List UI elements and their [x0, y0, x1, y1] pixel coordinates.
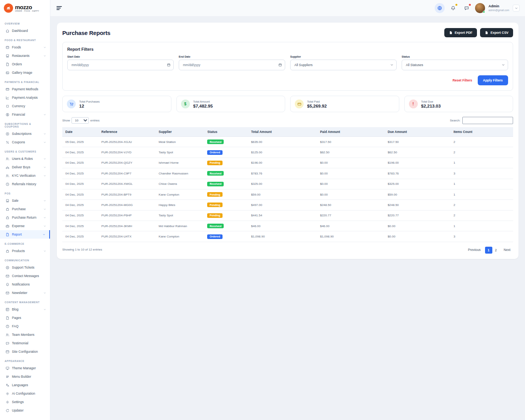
sidebar-item-payment-analysis[interactable]: Payment Analysis — [0, 93, 50, 102]
cell-total: $497.00 — [248, 200, 317, 210]
cell-supplier: Tasty Spot — [156, 210, 204, 221]
chevron-down-icon — [43, 292, 46, 294]
end-date-input[interactable] — [179, 60, 285, 70]
cell-due: $783.76 — [385, 168, 450, 179]
avatar[interactable] — [475, 3, 485, 13]
brand-logo[interactable]: mozzo ORDER . FOOD . HAPPY — [0, 0, 50, 16]
sidebar-item-team-members[interactable]: Team Members — [0, 330, 50, 339]
percent-icon — [5, 140, 10, 144]
sidebar-item-referrals-history[interactable]: Referrals History — [0, 180, 50, 188]
per-page-select[interactable]: 10 — [71, 117, 89, 124]
status-select[interactable]: All Statuses — [402, 60, 508, 70]
sidebar-item-ai-configuration[interactable]: Ai Configuration — [0, 389, 50, 398]
sidebar-item-menu-builder[interactable]: Menu Builder — [0, 372, 50, 381]
cell-date: 05 Dec, 2025 — [62, 137, 98, 147]
sidebar-item-coupons[interactable]: Coupons — [0, 138, 50, 146]
sidebar-item-expense[interactable]: Expense — [0, 222, 50, 230]
gear-icon — [5, 392, 10, 396]
start-date-input[interactable] — [67, 60, 174, 70]
sidebar-item-updater[interactable]: Updater — [0, 406, 50, 415]
reset-filters-button[interactable]: Reset Filters — [452, 78, 472, 82]
bell-icon — [450, 5, 456, 11]
sidebar-item-pages[interactable]: Pages — [0, 314, 50, 322]
column-header-reference[interactable]: Reference — [98, 127, 156, 137]
cell-supplier: Tasty Spot — [156, 147, 204, 158]
menu-toggle-icon[interactable] — [56, 5, 63, 11]
sidebar-item-kyc-verification[interactable]: KYC Verification — [0, 171, 50, 180]
sidebar-item-languages[interactable]: Languages — [0, 381, 50, 389]
table-row: 05 Dec, 2025PUR-20251204-XGJUMeal Statio… — [62, 137, 513, 147]
sidebar-item-gallery-image[interactable]: Gallery Image — [0, 68, 50, 77]
mail-icon — [5, 291, 10, 295]
sidebar-item-payment-methods[interactable]: Payment Methods — [0, 85, 50, 93]
bag-icon — [5, 216, 10, 220]
stat-card: $ Total Amount $7,482.95 — [176, 96, 286, 112]
sidebar-item-orders[interactable]: Orders — [0, 60, 50, 68]
column-header-date[interactable]: Date — [62, 127, 98, 137]
sidebar-item-users-roles[interactable]: Users & Roles — [0, 154, 50, 163]
sidebar-item-label: Updater — [12, 408, 47, 412]
sidebar-item-label: Referrals History — [12, 182, 47, 186]
sidebar-item-label: Deliver Boys — [12, 165, 41, 169]
sidebar-item-contact-messages[interactable]: Contact Messages — [0, 272, 50, 280]
messages-button[interactable] — [462, 3, 472, 13]
cell-due: $196.00 — [385, 158, 450, 168]
sidebar-item-theme-manager[interactable]: Theme Manager — [0, 364, 50, 372]
sidebar-item-faq[interactable]: FAQ — [0, 322, 50, 330]
sidebar-item-support-tickets[interactable]: Support Tickets — [0, 263, 50, 272]
chevron-down-icon — [43, 141, 46, 144]
sidebar-item-blog[interactable]: Blog — [0, 305, 50, 314]
page-button-2[interactable]: 2 — [492, 247, 500, 254]
cell-items: 3 — [450, 168, 513, 179]
sidebar-item-label: Ai Configuration — [12, 392, 47, 395]
supplier-select[interactable]: All Suppliers — [290, 60, 397, 70]
nav-section-header: Appearance — [0, 356, 50, 364]
status-badge: Received — [207, 171, 224, 176]
sidebar-item-subscriptions[interactable]: Subscriptions — [0, 129, 50, 138]
sidebar-item-notifications[interactable]: Notifications — [0, 280, 50, 289]
sidebar-item-newsletter[interactable]: Newsletter — [0, 289, 50, 297]
notifications-button[interactable] — [448, 3, 458, 13]
cell-supplier: Kane Compton — [156, 231, 204, 242]
brand-logo-icon — [4, 3, 13, 13]
sidebar-item-purchase[interactable]: Purchase — [0, 205, 50, 213]
sidebar-item-restaurants[interactable]: Restaurants — [0, 51, 50, 60]
profile-dropdown-button[interactable] — [513, 5, 520, 12]
sidebar-item-dashboard[interactable]: Dashboard — [0, 27, 50, 35]
sidebar-item-foods[interactable]: Foods — [0, 43, 50, 51]
sidebar-item-currency[interactable]: Currency — [0, 102, 50, 110]
cell-paid: $248.50 — [317, 200, 385, 210]
column-header-due-amount[interactable]: Due Amount — [385, 127, 450, 137]
column-header-supplier[interactable]: Supplier — [156, 127, 204, 137]
previous-page-button[interactable]: Previous — [465, 246, 483, 253]
apply-filters-button[interactable]: Apply Filters — [478, 75, 508, 85]
sidebar-item-purchase-return[interactable]: Purchase Return — [0, 213, 50, 222]
export-csv-button[interactable]: Export CSV — [480, 28, 513, 37]
column-header-total-amount[interactable]: Total Amount — [248, 127, 317, 137]
cell-items: 2 — [450, 200, 513, 210]
column-header-paid-amount[interactable]: Paid Amount — [317, 127, 385, 137]
sidebar-item-financial[interactable]: Financial — [0, 110, 50, 119]
sidebar-item-products[interactable]: Products — [0, 247, 50, 255]
stat-label: Total Paid — [307, 100, 327, 103]
export-pdf-button[interactable]: Export PDF — [444, 28, 477, 37]
column-header-status[interactable]: Status — [204, 127, 248, 137]
bell-icon — [5, 282, 10, 287]
page-button-1[interactable]: 1 — [485, 247, 492, 254]
next-page-button[interactable]: Next — [501, 246, 513, 253]
language-globe-button[interactable] — [435, 3, 445, 13]
column-header-items-count[interactable]: Items Count — [450, 127, 513, 137]
sidebar-item-deliver-boys[interactable]: Deliver Boys — [0, 163, 50, 171]
sidebar-item-sale[interactable]: Sale — [0, 196, 50, 205]
search-input[interactable] — [462, 117, 513, 124]
coin-icon — [5, 113, 10, 117]
sidebar-item-site-configuration[interactable]: Site Configuration — [0, 347, 50, 356]
sidebar-item-report[interactable]: Report — [0, 230, 50, 239]
lifebuoy-icon — [5, 266, 10, 270]
sidebar-item-testimonial[interactable]: Testimonial — [0, 339, 50, 347]
status-badge: Pending — [207, 203, 223, 207]
cell-supplier: Ishmael Horne — [156, 158, 204, 168]
chevron-down-icon — [43, 55, 46, 57]
sidebar-item-settings[interactable]: Settings — [0, 398, 50, 406]
sidebar-item-label: Languages — [12, 383, 47, 387]
